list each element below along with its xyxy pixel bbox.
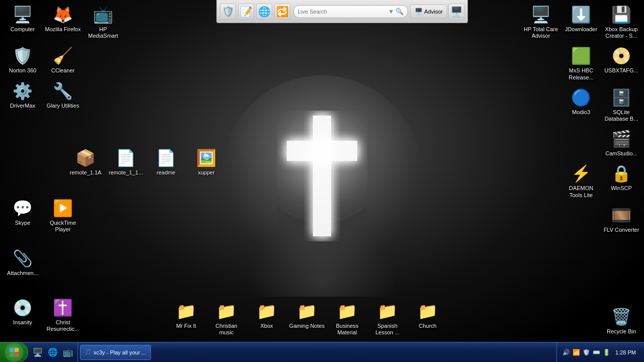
icon-camstudio[interactable]: 🎬 CamStudio... [601, 127, 641, 159]
icon-flv[interactable]: 🎞️ FLV Converter [601, 203, 641, 235]
icon-hp-total-care-label: HP Total Care Advisor [523, 26, 559, 39]
icon-christ[interactable]: ✝️ Christ Resurrectic... [43, 296, 83, 334]
tray-icon-volume[interactable]: 🔊 [562, 348, 570, 356]
readme-icon: 📄 [156, 148, 176, 168]
folder-christian-music[interactable]: 📁 Christian music [206, 299, 247, 338]
icon-readme[interactable]: 📄 readme [146, 146, 186, 178]
taskbar-clock[interactable]: 1:28 PM [611, 349, 640, 355]
folder-business-material[interactable]: 📁 Business Material [327, 299, 367, 338]
icon-remote-11-label: remote_1_1... [109, 169, 143, 176]
toolbar-icon-sync[interactable]: 🔁 [274, 4, 290, 20]
start-button[interactable] [0, 342, 28, 363]
folder-church[interactable]: 📁 Church [408, 299, 448, 338]
svg-rect-6 [15, 353, 19, 357]
tray-icon-security[interactable]: 🛡️ [582, 348, 590, 356]
icon-insanity[interactable]: 💿 Insanity [3, 296, 43, 334]
folder-mr-fix-it[interactable]: 📁 Mr Fix It [166, 299, 206, 338]
icon-skype-label: Skype [15, 220, 31, 226]
icon-modio3[interactable]: 🔵 Modio3 [561, 85, 601, 124]
icon-norton[interactable]: 🛡️ Norton 360 [3, 44, 43, 76]
icon-flv-label: FLV Converter [604, 227, 639, 233]
icon-quicktime[interactable]: ▶️ QuickTime Player [43, 196, 83, 235]
icon-hp-mediasmart[interactable]: 📺 HP MediaSmart [83, 3, 123, 41]
icon-remote-11[interactable]: 📄 remote_1_1... [106, 146, 146, 178]
remote-11-icon: 📄 [116, 148, 136, 168]
icon-drivermax-label: DriverMax [10, 103, 35, 109]
icon-sqlite[interactable]: 🗄️ SQLite Database B... [601, 85, 641, 124]
lower-left-icons: 💬 Skype ▶️ QuickTime Player [3, 196, 83, 235]
usbxtafgx-icon: 📀 [611, 46, 631, 66]
hp-advisor-button[interactable]: 🖥️ Advisor [410, 5, 447, 19]
glary-icon: 🔧 [53, 81, 73, 101]
icon-christ-label: Christ Resurrectic... [45, 319, 81, 332]
icon-hp-mediasmart-label: HP MediaSmart [85, 26, 121, 39]
svg-rect-5 [10, 353, 14, 357]
folder-gaming-notes-label: Gaming Notes [289, 323, 325, 329]
search-input[interactable] [298, 9, 388, 15]
christ-icon: ✝️ [53, 298, 73, 318]
search-bar[interactable]: ▼ 🔍 [293, 5, 408, 18]
hp-logo: 🖥️ [415, 8, 423, 15]
icon-firefox[interactable]: 🦊 Mozilla Firefox [43, 3, 83, 41]
icon-attachments-label: Attachmen... [7, 270, 38, 277]
bottom-left-icons: 💿 Insanity ✝️ Christ Resurrectic... [3, 296, 83, 334]
icon-jdownloader[interactable]: ⬇️ JDownloader [561, 3, 601, 41]
gaming-notes-folder-icon: 📁 [297, 301, 317, 321]
icon-xupper[interactable]: 🖼️ xupper [186, 146, 226, 178]
icon-xbox-backup[interactable]: 💾 Xbox Backup Creator - S... [601, 3, 641, 41]
folder-gaming-notes[interactable]: 📁 Gaming Notes [287, 299, 327, 338]
icon-firefox-label: Mozilla Firefox [45, 26, 81, 33]
flv-icon: 🎞️ [611, 205, 631, 225]
icon-remote-1a[interactable]: 📦 remote_1.1A [65, 146, 106, 178]
sqlite-icon: 🗄️ [611, 87, 631, 108]
search-go-icon: 🔍 [395, 8, 404, 15]
taskbar-running-apps: 🎵 xc3y - Play all your ... [78, 345, 556, 360]
tray-icon-keyboard[interactable]: ⌨️ [592, 348, 600, 356]
folder-mr-fix-it-label: Mr Fix It [176, 323, 196, 329]
folder-spanish-lesson[interactable]: 📁 Spanish Lesson ... [367, 299, 408, 338]
icon-winscp[interactable]: 🔒 WinSCP [601, 161, 641, 200]
top-toolbar: 🛡️ 📝 🌐 🔁 ▼ 🔍 🖥️ Advisor 🖥️ [216, 0, 468, 23]
drivermax-icon: ⚙️ [13, 81, 33, 101]
icon-hp-total-care[interactable]: 🖥️ HP Total Care Advisor [521, 3, 561, 41]
folder-xbox[interactable]: 📁 Xbox [247, 299, 287, 338]
toolbar-icon-shield[interactable]: 🛡️ [220, 4, 236, 20]
icon-computer[interactable]: 🖥️ Computer [3, 3, 43, 41]
icon-glary[interactable]: 🔧 Glary Utilities [43, 79, 83, 111]
ie-btn[interactable]: 🌐 [46, 345, 60, 359]
xbox-backup-icon: 💾 [611, 5, 631, 25]
icon-skype[interactable]: 💬 Skype [3, 196, 43, 235]
daemon-icon: ⚡ [571, 163, 591, 184]
windows-logo [9, 347, 19, 357]
folder-spanish-lesson-label: Spanish Lesson ... [369, 323, 406, 336]
business-folder-icon: 📁 [337, 301, 357, 321]
remote-1a-icon: 📦 [75, 148, 96, 168]
winscp-icon: 🔒 [611, 163, 631, 184]
icon-attachments[interactable]: 📎 Attachmen... [3, 246, 43, 279]
icon-drivermax[interactable]: ⚙️ DriverMax [3, 79, 43, 111]
search-icon: ▼ [388, 8, 394, 15]
toolbar-icon-hp-care[interactable]: 🖥️ [448, 4, 464, 20]
toolbar-icon-notes[interactable]: 📝 [238, 4, 254, 20]
christian-music-folder-icon: 📁 [216, 301, 236, 321]
toolbar-icon-web[interactable]: 🌐 [256, 4, 272, 20]
icon-computer-label: Computer [11, 26, 35, 33]
tray-icon-network[interactable]: 📶 [572, 348, 580, 356]
left-icon-column: 🖥️ Computer 🦊 Mozilla Firefox 📺 HP Media… [3, 3, 123, 111]
icon-xupper-label: xupper [198, 169, 215, 176]
taskbar-running-item-xl[interactable]: 🎵 xc3y - Play all your ... [80, 345, 151, 360]
icon-recycle-bin[interactable]: 🗑️ Recycle Bin [601, 305, 641, 337]
icon-daemon[interactable]: ⚡ DAEMON Tools Lite [561, 161, 601, 200]
media-center-btn[interactable]: 📺 [61, 345, 75, 359]
hp-total-care-icon: 🖥️ [531, 5, 551, 25]
skype-icon: 💬 [13, 198, 33, 218]
recycle-bin-icon: 🗑️ [611, 307, 631, 327]
tray-icon-battery[interactable]: 🔋 [602, 348, 610, 356]
icon-ccleaner[interactable]: 🧹 CCleaner [43, 44, 83, 76]
bottom-folder-area: 📁 Mr Fix It 📁 Christian music 📁 Xbox 📁 G… [166, 299, 448, 338]
icon-usbxtafgx[interactable]: 📀 USBXTAFG... [601, 44, 641, 82]
folder-church-label: Church [419, 323, 436, 329]
icon-mxs-hbc[interactable]: 🟩 MxS HBC Release... [561, 44, 601, 82]
icon-insanity-label: Insanity [13, 319, 32, 326]
show-desktop-btn[interactable]: 🖥️ [31, 345, 45, 359]
